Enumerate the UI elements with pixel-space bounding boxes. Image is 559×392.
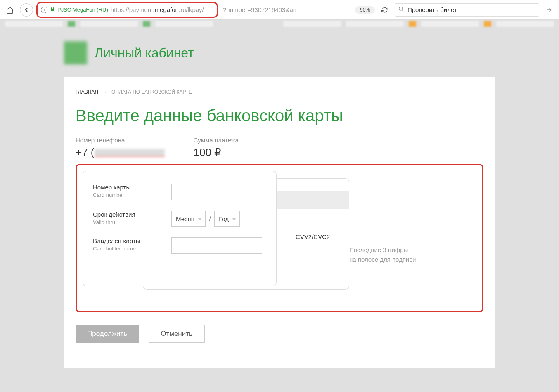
amount-label: Сумма платежа (194, 137, 239, 144)
expiry-sublabel: Valid thru (93, 219, 163, 225)
chevron-right-icon: → (102, 89, 107, 95)
svg-point-0 (399, 7, 403, 10)
card-form-highlight: CVV2/CVC2 Последние 3 цифры на полосе дл… (76, 164, 483, 312)
year-select[interactable]: Год (214, 211, 240, 227)
home-icon[interactable] (3, 3, 17, 17)
cvv-block: CVV2/CVC2 (296, 233, 330, 258)
card-holder-input[interactable] (171, 237, 262, 254)
button-row: Продолжить Отменить (76, 325, 483, 343)
expiry-label: Срок действия (93, 211, 163, 218)
amount-summary: Сумма платежа 100 ₽ (194, 137, 239, 159)
ssl-cert-name: PJSC MegaFon (RU) (57, 7, 108, 13)
lock-icon (50, 6, 55, 13)
url-bar-highlight: i PJSC MegaFon (RU) https://payment.mega… (36, 2, 218, 18)
url-text[interactable]: https://payment.megafon.ru/lkpay/ (111, 6, 204, 14)
logo (64, 41, 87, 64)
expiry-separator: / (209, 215, 211, 223)
breadcrumb-current: ОПЛАТА ПО БАНКОВСКОЙ КАРТЕ (111, 89, 192, 95)
page-header: Личный кабинет (64, 41, 495, 64)
browser-search-box[interactable]: Проверить билет (395, 3, 539, 17)
header-title: Личный кабинет (95, 45, 194, 61)
url-query[interactable]: ?number=9307219403&an (221, 6, 352, 13)
holder-label: Владелец карты (93, 237, 163, 244)
browser-toolbar: i PJSC MegaFon (RU) https://payment.mega… (0, 0, 559, 20)
zoom-badge[interactable]: 90% (355, 6, 375, 14)
back-button[interactable] (20, 3, 33, 17)
breadcrumb-home[interactable]: ГЛАВНАЯ (76, 89, 98, 95)
month-select[interactable]: Месяц (171, 211, 206, 227)
summary-row: Номер телефона +7 ( Сумма платежа 100 ₽ (76, 137, 483, 159)
go-button[interactable] (542, 3, 556, 17)
card-number-label: Номер карты (93, 184, 163, 191)
cvv-hint: Последние 3 цифры на полосе для подписи (349, 246, 416, 264)
info-icon[interactable]: i (41, 7, 47, 13)
tab-strip (0, 20, 559, 29)
cvv-label: CVV2/CVC2 (296, 233, 330, 240)
phone-label: Номер телефона (76, 137, 165, 144)
search-icon (398, 6, 404, 14)
phone-summary: Номер телефона +7 ( (76, 137, 165, 159)
cancel-button[interactable]: Отменить (149, 325, 205, 343)
phone-value: +7 ( (76, 146, 165, 159)
holder-sublabel: Card holder name (93, 246, 163, 252)
continue-button[interactable]: Продолжить (76, 325, 139, 343)
breadcrumb: ГЛАВНАЯ → ОПЛАТА ПО БАНКОВСКОЙ КАРТЕ (76, 89, 483, 95)
page-title: Введите данные банковской карты (76, 106, 483, 125)
amount-value: 100 ₽ (194, 146, 239, 159)
cvv-input[interactable] (296, 243, 320, 258)
search-text: Проверить билет (407, 6, 457, 13)
card-number-sublabel: Card number (93, 192, 163, 198)
reload-button[interactable] (378, 3, 391, 17)
card-number-input[interactable] (171, 184, 262, 200)
card-front: Номер карты Card number Срок действия Va… (83, 171, 277, 286)
content-card: ГЛАВНАЯ → ОПЛАТА ПО БАНКОВСКОЙ КАРТЕ Вве… (64, 77, 495, 368)
